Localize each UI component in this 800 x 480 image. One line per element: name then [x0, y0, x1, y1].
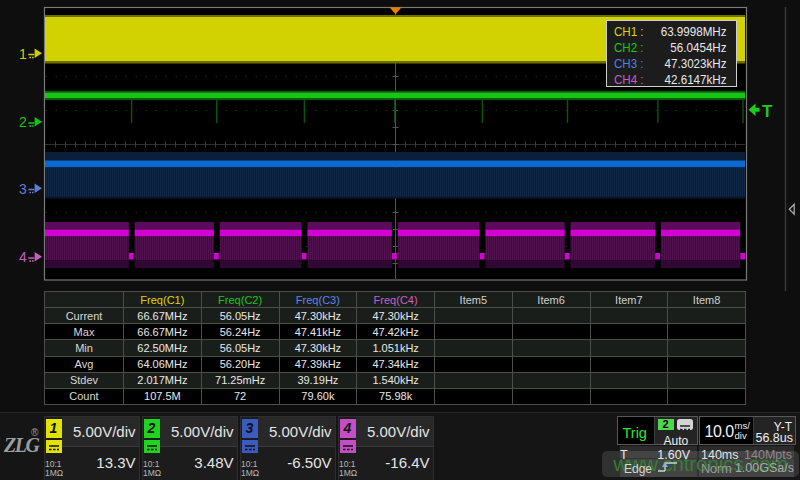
svg-text:4: 4 — [19, 249, 27, 265]
svg-text:2: 2 — [19, 114, 27, 130]
svg-text:1: 1 — [19, 46, 27, 62]
svg-text:T: T — [762, 102, 773, 121]
svg-text:3: 3 — [19, 181, 27, 197]
